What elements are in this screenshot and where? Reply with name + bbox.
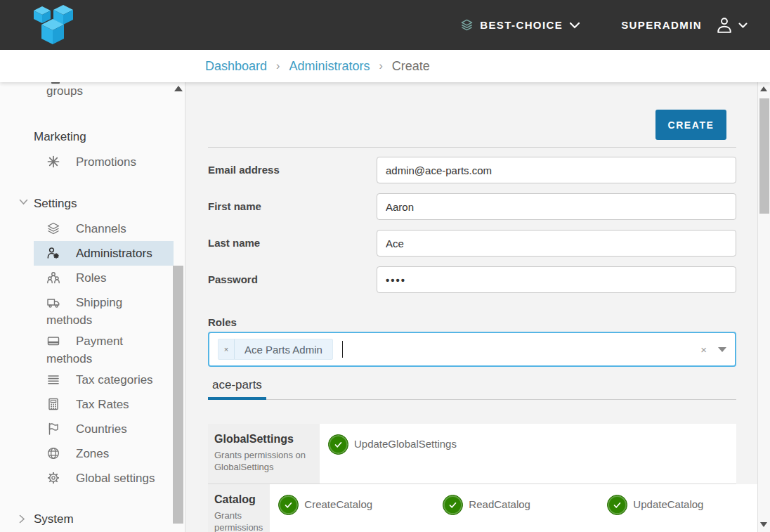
clear-icon[interactable]: × bbox=[700, 344, 707, 356]
administrator-gear-person-icon bbox=[46, 246, 60, 260]
breadcrumb-separator: › bbox=[276, 60, 280, 72]
permission-label: ReadCatalog bbox=[469, 495, 530, 510]
toggle-checked-icon[interactable] bbox=[443, 495, 463, 515]
email-label: Email address bbox=[208, 157, 377, 183]
main-content: CREATE Email address First name Last nam… bbox=[185, 82, 770, 532]
permission-cell: CreateCatalog bbox=[278, 495, 443, 532]
roles-multiselect[interactable]: × Ace Parts Admin × bbox=[208, 332, 736, 367]
sidebar-item-tax-categories[interactable]: Tax categories bbox=[34, 368, 174, 392]
permission-category: Catalog Grants permissions on Products, … bbox=[208, 484, 270, 532]
email-field[interactable] bbox=[377, 157, 736, 183]
permission-cell: UpdateCatalog bbox=[607, 495, 770, 532]
toggle-checked-icon[interactable] bbox=[328, 434, 348, 455]
permission-label: UpdateCatalog bbox=[633, 495, 703, 510]
sidebar-item-label: Channels bbox=[76, 222, 126, 235]
permission-toggles: UpdateGlobalSettings bbox=[320, 424, 736, 484]
user-name: SUPERADMIN bbox=[621, 19, 702, 31]
sidebar-item-label: Administrators bbox=[76, 247, 152, 260]
password-label: Password bbox=[208, 266, 377, 293]
permission-category-name: GlobalSettings bbox=[214, 432, 313, 446]
countries-flag-icon bbox=[46, 422, 60, 436]
text-cursor bbox=[342, 341, 343, 358]
sidebar-item-roles[interactable]: Roles bbox=[34, 266, 174, 290]
channel-switcher[interactable]: BEST-CHOICE bbox=[460, 18, 580, 32]
scroll-up-button[interactable] bbox=[760, 86, 767, 91]
scroll-down-button[interactable] bbox=[760, 522, 767, 527]
sidebar-item-shipping-methods[interactable]: Shipping methods bbox=[34, 290, 174, 329]
breadcrumb: Dashboard › Administrators › Create bbox=[0, 59, 430, 74]
role-chip-label: Ace Parts Admin bbox=[235, 344, 332, 356]
permission-category: GlobalSettings Grants permissions on Glo… bbox=[208, 424, 320, 484]
permission-row-catalog: Catalog Grants permissions on Products, … bbox=[208, 484, 736, 532]
last-name-label: Last name bbox=[208, 230, 377, 257]
layers-icon bbox=[460, 18, 474, 32]
permission-toggles: CreateCatalog ReadCatalog UpdateCatalog bbox=[270, 484, 770, 532]
sidebar-item-label: Tax categories bbox=[76, 373, 153, 387]
last-name-field[interactable] bbox=[377, 230, 736, 257]
select-controls: × bbox=[700, 344, 726, 356]
toggle-checked-icon[interactable] bbox=[278, 495, 299, 515]
sidebar-item-label: Zones bbox=[76, 447, 109, 460]
sidebar-item-label: groups bbox=[46, 84, 83, 98]
permission-label: CreateCatalog bbox=[304, 495, 372, 510]
main-scrollbar-thumb[interactable] bbox=[759, 98, 769, 214]
sidebar-item-zones[interactable]: Zones bbox=[34, 441, 174, 466]
section-header-settings[interactable]: Settings bbox=[34, 195, 174, 212]
payment-card-icon bbox=[46, 334, 60, 348]
sidebar-item-customer-groups[interactable]: groups bbox=[34, 82, 174, 100]
global-settings-gear-icon bbox=[46, 471, 60, 485]
tax-categories-list-icon bbox=[46, 372, 60, 387]
promotions-icon bbox=[46, 155, 60, 169]
channel-tabbar: ace-parts bbox=[208, 378, 736, 400]
sidebar-nav: groups Marketing Promotions bbox=[0, 82, 185, 528]
sidebar-item-payment-methods[interactable]: Payment methods bbox=[34, 329, 174, 368]
roles-people-icon bbox=[46, 271, 60, 285]
sidebar-scrollbar-thumb[interactable] bbox=[173, 266, 183, 524]
breadcrumb-separator: › bbox=[379, 60, 382, 72]
tab-ace-parts[interactable]: ace-parts bbox=[208, 378, 266, 400]
permission-row-globalsettings: GlobalSettings Grants permissions on Glo… bbox=[208, 424, 736, 484]
sidebar: groups Marketing Promotions bbox=[0, 82, 185, 532]
first-name-field[interactable] bbox=[377, 193, 736, 220]
permission-cell: UpdateGlobalSettings bbox=[328, 434, 492, 484]
person-icon bbox=[714, 15, 734, 35]
sidebar-item-label: Roles bbox=[76, 271, 106, 285]
breadcrumb-current: Create bbox=[392, 59, 430, 74]
toggle-checked-icon[interactable] bbox=[607, 495, 627, 515]
vendure-logo-cubes-icon[interactable] bbox=[17, 4, 74, 47]
sidebar-item-tax-rates[interactable]: Tax Rates bbox=[34, 392, 174, 417]
sidebar-item-channels[interactable]: Channels bbox=[34, 216, 174, 241]
chevron-down-icon bbox=[738, 22, 748, 28]
sidebar-item-countries[interactable]: Countries bbox=[34, 417, 174, 441]
main-scrollbar[interactable] bbox=[757, 82, 770, 532]
create-button[interactable]: CREATE bbox=[655, 110, 726, 140]
divider bbox=[208, 147, 736, 148]
topbar: BEST-CHOICE SUPERADMIN bbox=[0, 0, 770, 50]
chevron-down-icon bbox=[569, 22, 580, 29]
sidebar-item-administrators[interactable]: Administrators bbox=[34, 241, 174, 266]
sidebar-item-promotions[interactable]: Promotions bbox=[34, 150, 174, 174]
channels-layers-icon bbox=[46, 221, 60, 235]
sidebar-scroll-up-button[interactable] bbox=[174, 86, 183, 93]
admin-create-form: Email address First name Last name Passw… bbox=[208, 157, 736, 293]
permission-label: UpdateGlobalSettings bbox=[354, 434, 457, 450]
role-chip: × Ace Parts Admin bbox=[218, 339, 333, 360]
form-row-last-name: Last name bbox=[208, 230, 736, 257]
breadcrumb-dashboard[interactable]: Dashboard bbox=[205, 59, 267, 74]
breadcrumb-administrators[interactable]: Administrators bbox=[289, 59, 370, 74]
dropdown-caret-icon[interactable] bbox=[718, 347, 726, 352]
section-header-system[interactable]: System bbox=[34, 510, 174, 528]
permission-category-description: Grants permissions on Products, Facets bbox=[214, 510, 263, 532]
permission-cell: ReadCatalog bbox=[443, 495, 607, 532]
section-header-marketing: Marketing bbox=[34, 128, 174, 145]
password-field[interactable] bbox=[377, 266, 736, 293]
first-name-label: First name bbox=[208, 193, 377, 220]
chevron-down-icon bbox=[19, 199, 28, 205]
sidebar-item-global-settings[interactable]: Global settings bbox=[34, 466, 174, 491]
tax-rates-calculator-icon bbox=[46, 397, 60, 411]
user-menu[interactable] bbox=[714, 15, 748, 35]
sidebar-item-label: Countries bbox=[76, 422, 127, 436]
chip-remove-icon[interactable]: × bbox=[218, 339, 235, 359]
shipping-truck-icon bbox=[46, 295, 60, 309]
zones-globe-icon bbox=[46, 446, 60, 460]
